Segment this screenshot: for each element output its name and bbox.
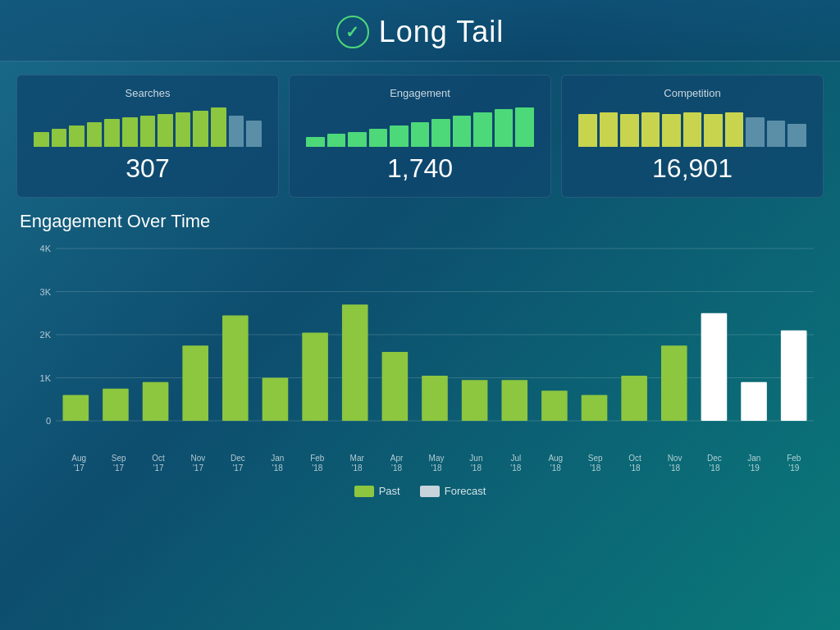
legend-past: Past — [354, 485, 400, 497]
x-label: Sep'18 — [575, 454, 614, 473]
title-text: Long Tail — [379, 15, 504, 49]
mini-bar — [229, 116, 244, 147]
svg-rect-21 — [501, 380, 527, 421]
mini-bar — [52, 129, 67, 147]
svg-rect-19 — [422, 376, 448, 421]
svg-rect-14 — [222, 315, 249, 421]
mini-bar — [390, 126, 409, 147]
legend-forecast: Forecast — [420, 485, 486, 497]
check-icon: ✓ — [336, 16, 369, 48]
chart-legend: Past Forecast — [20, 485, 820, 497]
svg-rect-10 — [63, 395, 89, 422]
x-label: Jun'18 — [456, 454, 495, 473]
mini-bar — [662, 114, 681, 147]
card-searches-bars — [30, 107, 265, 147]
svg-rect-11 — [103, 389, 129, 421]
x-label: Nov'17 — [178, 454, 217, 473]
header: ✓ Long Tail — [0, 0, 840, 62]
card-engagement-bars — [303, 107, 537, 147]
past-swatch — [354, 486, 374, 497]
svg-rect-23 — [582, 395, 608, 422]
mini-bar — [411, 122, 430, 147]
chart-section: Engagement Over Time 4K3K2K1K0 Aug'17Sep… — [0, 208, 840, 504]
mini-bar — [620, 114, 639, 147]
mini-bar — [193, 111, 208, 147]
mini-bar — [158, 114, 173, 147]
chart-title: Engagement Over Time — [20, 211, 820, 232]
x-label: Jul'18 — [496, 454, 536, 473]
svg-rect-12 — [143, 382, 169, 421]
card-engagement: Engagement1,740 — [289, 75, 551, 198]
svg-rect-25 — [661, 345, 687, 421]
forecast-label: Forecast — [445, 485, 486, 497]
card-engagement-value: 1,740 — [303, 153, 537, 184]
svg-text:3K: 3K — [40, 287, 52, 297]
mini-bar — [348, 132, 367, 147]
svg-rect-16 — [302, 332, 328, 421]
mini-bar — [704, 114, 723, 147]
card-searches-title: Searches — [30, 87, 265, 99]
mini-bar — [683, 112, 702, 147]
svg-rect-17 — [342, 304, 368, 421]
svg-rect-13 — [182, 345, 208, 421]
mini-bar — [140, 116, 156, 147]
card-competition-value: 16,901 — [575, 153, 810, 184]
x-label: Aug'17 — [59, 454, 98, 473]
mini-bar — [578, 114, 597, 147]
mini-bar — [87, 122, 103, 147]
x-label: Nov'18 — [655, 454, 694, 473]
mini-bar — [69, 126, 84, 147]
svg-rect-15 — [262, 378, 289, 422]
card-competition: Competition16,901 — [561, 75, 824, 198]
chart-container: 4K3K2K1K0 Aug'17Sep'17Oct'17Nov'17Dec'17… — [20, 240, 820, 478]
mini-bar — [104, 119, 120, 147]
mini-bar — [369, 129, 388, 147]
metric-cards: Searches307Engagement1,740Competition16,… — [0, 62, 840, 208]
mini-bar — [327, 134, 346, 147]
x-label: Jan'18 — [258, 454, 297, 473]
x-label: Oct'18 — [615, 454, 655, 473]
mini-bar — [515, 107, 534, 147]
mini-bar — [306, 137, 325, 147]
x-label: Dec'17 — [218, 454, 258, 473]
svg-rect-26 — [701, 313, 728, 421]
svg-rect-18 — [382, 352, 409, 421]
card-engagement-title: Engagement — [303, 87, 537, 99]
card-competition-bars — [575, 107, 810, 147]
x-label: Feb'18 — [298, 454, 337, 473]
mini-bar — [788, 124, 806, 147]
x-label: Apr'18 — [377, 454, 416, 473]
x-label: Oct'17 — [139, 454, 178, 473]
x-label: Mar'18 — [337, 454, 377, 473]
x-label: May'18 — [417, 454, 456, 473]
card-searches: Searches307 — [16, 75, 279, 198]
svg-text:2K: 2K — [40, 330, 52, 340]
forecast-swatch — [420, 486, 440, 497]
mini-bar — [431, 119, 450, 147]
card-competition-title: Competition — [575, 87, 810, 99]
svg-rect-22 — [541, 390, 568, 421]
svg-text:1K: 1K — [40, 373, 52, 383]
mini-bar — [211, 107, 226, 147]
svg-text:4K: 4K — [40, 244, 52, 253]
mini-bar — [641, 112, 660, 147]
card-searches-value: 307 — [30, 153, 265, 184]
x-label: Dec'18 — [695, 454, 734, 473]
mini-bar — [473, 112, 492, 147]
svg-rect-28 — [781, 331, 807, 421]
svg-text:0: 0 — [46, 416, 51, 426]
x-label: Sep'17 — [98, 454, 138, 473]
mini-bar — [176, 112, 191, 147]
mini-bar — [122, 117, 138, 147]
mini-bar — [453, 116, 472, 147]
mini-bar — [495, 109, 514, 147]
mini-bar — [34, 132, 49, 147]
x-label: Feb'19 — [774, 454, 814, 473]
mini-bar — [767, 121, 786, 147]
x-label: Jan'19 — [734, 454, 774, 473]
mini-bar — [600, 112, 619, 147]
svg-rect-27 — [741, 382, 767, 421]
svg-rect-24 — [621, 376, 647, 421]
svg-rect-20 — [462, 380, 488, 421]
mini-bar — [246, 121, 262, 147]
